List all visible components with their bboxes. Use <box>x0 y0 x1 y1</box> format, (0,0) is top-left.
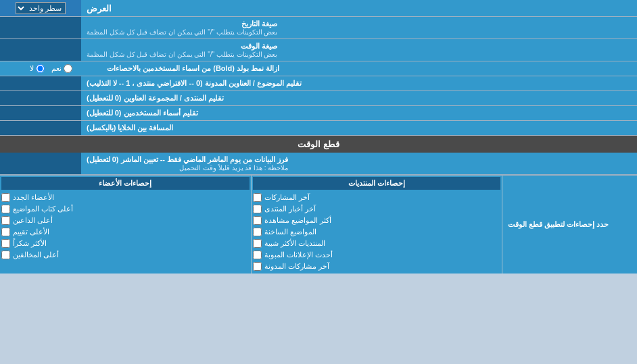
stats-post-check-6[interactable] <box>253 262 262 271</box>
bold-remove-yes-label: نعم <box>51 64 72 73</box>
stats-member-item-2: أعلى الداعين <box>1 215 250 226</box>
stats-post-item-5: أحدث الإعلانات المبوبة <box>253 249 501 261</box>
stats-post-item-0: آخر المشاركات <box>253 192 501 203</box>
stats-header-label: حدد إحصاءات لتطبيق قطع الوقت <box>508 220 609 229</box>
stats-post-check-5[interactable] <box>253 251 262 259</box>
stats-member-check-5[interactable] <box>1 251 10 259</box>
bold-remove-label: ازالة نمط بولد (Bold) من اسماء المستخدمي… <box>107 64 279 73</box>
stats-post-item-3: المواضيع الساخنة <box>253 226 501 238</box>
cell-padding-label: المسافة بين الخلايا (بالبكسل) <box>87 124 174 132</box>
forum-align-label: تقليم المنتدى / المجموعة العناوين (0 للت… <box>87 94 224 103</box>
date-format-input[interactable]: d-m <box>4 23 77 32</box>
days-filter-input[interactable]: 0 <box>4 159 77 168</box>
stats-posts-header: إحصاءات المنتديات <box>253 177 501 190</box>
stats-member-check-3[interactable] <box>1 228 10 236</box>
days-filter-label1: فرز البيانات من يوم الماشر الماضي فقط --… <box>87 155 288 164</box>
stats-member-check-2[interactable] <box>1 216 10 225</box>
stats-post-check-3[interactable] <box>253 228 262 236</box>
stats-post-item-4: المنتديات الأكثر شبية <box>253 238 501 249</box>
date-format-sublabel: بعض التكوينات يتطلب "/" التي يمكن ان تضا… <box>87 28 277 36</box>
stats-post-item-6: آخر مشاركات المدونة <box>253 261 501 272</box>
forum-align-input[interactable]: 33 <box>4 94 77 103</box>
stats-post-check-0[interactable] <box>253 193 262 202</box>
time-format-input[interactable]: H:i <box>4 45 77 55</box>
time-format-sublabel: بعض التكوينات يتطلب "/" التي يمكن ان تضا… <box>87 51 277 58</box>
bold-remove-yes-radio[interactable] <box>64 64 72 73</box>
page-title: العرض <box>87 3 112 14</box>
stats-member-item-0: الأعضاء الجدد <box>1 192 250 203</box>
stats-member-check-0[interactable] <box>1 193 10 202</box>
stats-post-item-1: آخر أخبار المنتدى <box>253 203 501 215</box>
stats-member-item-3: الأعلى تقييم <box>1 226 250 238</box>
realtime-section-header: قطع الوقت <box>0 136 637 153</box>
stats-post-check-1[interactable] <box>253 205 262 213</box>
usernames-trim-input[interactable]: 0 <box>4 109 77 118</box>
stats-post-check-2[interactable] <box>253 216 262 225</box>
topics-align-input[interactable]: 33 <box>4 79 77 88</box>
cell-padding-input[interactable]: 2 <box>4 124 77 133</box>
bold-remove-no-label: لا <box>30 64 45 73</box>
stats-members-header: إحصاءات الأعضاء <box>1 177 250 190</box>
stats-member-check-1[interactable] <box>1 205 10 213</box>
date-format-label: صيغة التاريخ <box>87 20 277 28</box>
stats-member-check-4[interactable] <box>1 239 10 248</box>
display-mode-select[interactable]: سطر واحدسطرانثلاثة أسطر <box>16 2 66 14</box>
days-filter-label2: ملاحظة : هذا قد يزيد قليلاً وقت التحميل <box>87 164 288 172</box>
stats-member-item-1: أعلى كتاب المواضيع <box>1 203 250 215</box>
time-format-label: صيغة الوقت <box>87 42 277 51</box>
bold-remove-no-radio[interactable] <box>36 64 45 73</box>
stats-member-item-4: الأكثر شكراً <box>1 238 250 249</box>
stats-post-check-4[interactable] <box>253 239 262 248</box>
stats-member-item-5: أعلى المخالفين <box>1 249 250 261</box>
topics-align-label: تقليم الموضوع / العناوين المدونة (0 -- ا… <box>87 79 302 88</box>
stats-post-item-2: أكثر المواضيع مشاهدة <box>253 215 501 226</box>
usernames-trim-label: تقليم أسماء المستخدمين (0 للتعطيل) <box>87 109 198 118</box>
